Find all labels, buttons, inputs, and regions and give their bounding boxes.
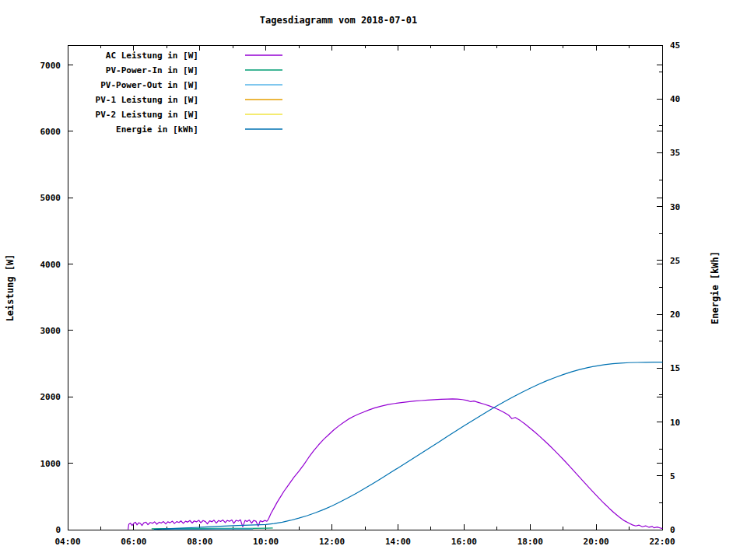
y-left-tick-label: 2000 — [40, 392, 61, 402]
legend-entry: AC Leistung in [W] — [106, 51, 282, 61]
x-tick-label: 14:00 — [385, 537, 411, 547]
legend-label: PV-Power-In in [W] — [106, 65, 198, 75]
x-tick-label: 08:00 — [187, 537, 212, 547]
y-left-tick-label: 3000 — [40, 326, 61, 336]
y-right-tick-label: 20 — [670, 310, 680, 320]
x-tick-label: 06:00 — [121, 537, 146, 547]
legend-label: Energie in [kWh] — [116, 124, 198, 135]
x-tick-label: 18:00 — [517, 537, 543, 547]
y-right-tick-label: 35 — [670, 148, 680, 158]
x-tick-label: 16:00 — [451, 537, 477, 547]
legend: AC Leistung in [W]PV-Power-In in [W]PV-P… — [96, 51, 282, 135]
y-right-tick-label: 40 — [670, 94, 680, 104]
chart-canvas: Tagesdiagramm vom 2018-07-01 Leistung [W… — [0, 0, 747, 560]
y-left-tick-label: 6000 — [40, 127, 61, 137]
y-left-tick-label: 7000 — [40, 61, 61, 71]
y-right-tick-label: 45 — [670, 40, 680, 51]
legend-entry: PV-2 Leistung in [W] — [96, 110, 282, 120]
legend-entry: PV-Power-Out in [W] — [100, 80, 282, 90]
y-left-tick-label: 1000 — [40, 459, 61, 469]
line-chart-plot: 04:0006:0008:0010:0012:0014:0016:0018:00… — [0, 0, 747, 560]
x-tick-label: 20:00 — [584, 537, 609, 547]
y-right-tick-label: 0 — [670, 525, 675, 535]
legend-label: PV-Power-Out in [W] — [100, 80, 198, 90]
y-right-tick-label: 15 — [670, 363, 680, 373]
y-right-tick-label: 10 — [670, 418, 680, 428]
x-tick-label: 12:00 — [319, 537, 345, 547]
legend-label: PV-1 Leistung in [W] — [96, 95, 198, 105]
y-left-tick-label: 4000 — [40, 260, 61, 270]
x-tick-label: 10:00 — [253, 537, 279, 547]
legend-label: PV-2 Leistung in [W] — [96, 110, 198, 120]
legend-entry: Energie in [kWh] — [116, 124, 282, 135]
legend-label: AC Leistung in [W] — [106, 51, 198, 61]
y-right-tick-label: 30 — [670, 202, 680, 212]
series-line-5 — [154, 362, 662, 530]
x-tick-label: 04:00 — [54, 537, 80, 547]
y-left-tick-label: 5000 — [40, 193, 61, 203]
y-right-tick-label: 25 — [670, 256, 680, 266]
legend-entry: PV-1 Leistung in [W] — [96, 95, 282, 105]
y-left-tick-label: 0 — [55, 525, 61, 535]
series-line-0 — [128, 399, 662, 529]
y-right-tick-label: 5 — [670, 471, 675, 481]
legend-entry: PV-Power-In in [W] — [106, 65, 282, 75]
x-tick-label: 22:00 — [649, 537, 675, 547]
